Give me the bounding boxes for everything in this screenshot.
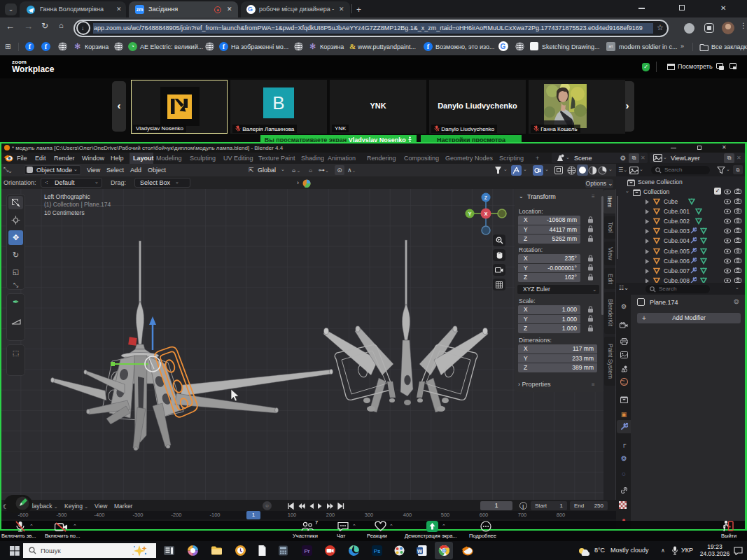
svg-text:Pr: Pr bbox=[305, 548, 310, 554]
svg-text:Ps: Ps bbox=[374, 548, 380, 554]
svg-text:X: X bbox=[484, 211, 488, 216]
svg-text:W: W bbox=[417, 548, 423, 554]
svg-text:Z: Z bbox=[484, 195, 488, 200]
svg-text:Y: Y bbox=[468, 211, 472, 216]
